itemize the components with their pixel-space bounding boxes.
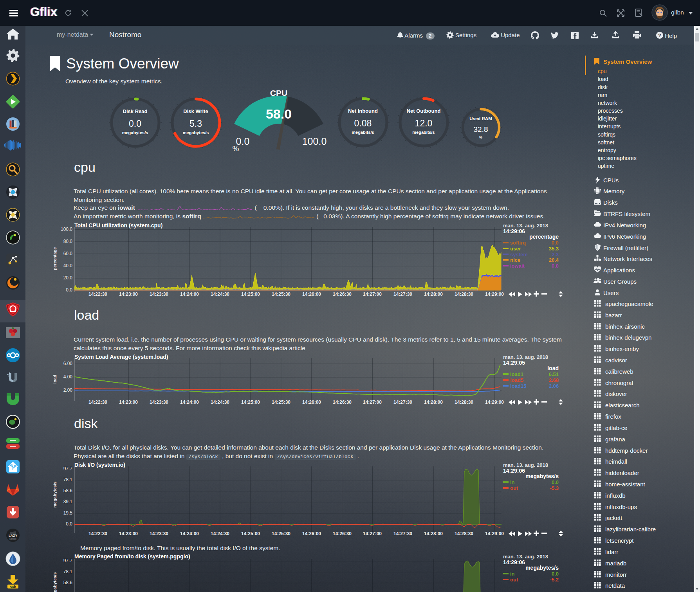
svg-text:sab: sab <box>9 585 16 589</box>
svg-text:Librarian: Librarian <box>9 538 16 540</box>
svg-text:LAZY: LAZY <box>8 534 17 538</box>
svg-text:?: ? <box>658 32 661 38</box>
